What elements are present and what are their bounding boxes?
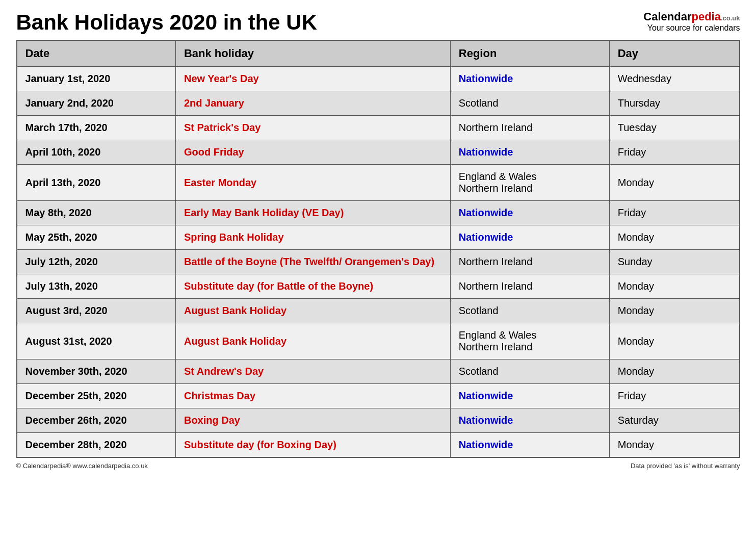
cell-day: Wednesday — [609, 67, 739, 91]
header-row: Bank Holidays 2020 in the UK Calendarped… — [16, 10, 740, 35]
footer-row: © Calendarpedia® www.calendarpedia.co.uk… — [16, 462, 740, 470]
cell-day: Friday — [609, 201, 739, 225]
table-row: April 10th, 2020Good FridayNationwideFri… — [17, 140, 740, 165]
cell-date: March 17th, 2020 — [17, 116, 176, 140]
region-nationwide-label: Nationwide — [459, 207, 513, 218]
cell-date: November 30th, 2020 — [17, 359, 176, 384]
cell-region: Nationwide — [450, 433, 609, 458]
cell-day: Monday — [609, 274, 739, 299]
col-header-region: Region — [450, 40, 609, 67]
cell-holiday: New Year's Day — [175, 67, 450, 91]
page-container: Bank Holidays 2020 in the UK Calendarped… — [16, 10, 740, 470]
logo-tld: .co.uk — [721, 14, 740, 22]
region-nationwide-label: Nationwide — [459, 73, 513, 84]
region-normal-label: England & Wales — [459, 329, 537, 341]
cell-holiday: Early May Bank Holiday (VE Day) — [175, 201, 450, 225]
region-normal-label: Scotland — [459, 366, 499, 377]
cell-holiday: 2nd January — [175, 91, 450, 116]
cell-date: December 25th, 2020 — [17, 384, 176, 408]
cell-day: Monday — [609, 299, 739, 323]
cell-date: August 31st, 2020 — [17, 323, 176, 359]
table-row: December 25th, 2020Christmas DayNationwi… — [17, 384, 740, 408]
cell-date: May 25th, 2020 — [17, 225, 176, 250]
table-row: March 17th, 2020St Patrick's DayNorthern… — [17, 116, 740, 140]
cell-region: Scotland — [450, 299, 609, 323]
logo-brand-text: Calendar — [643, 10, 691, 23]
table-row: July 12th, 2020Battle of the Boyne (The … — [17, 250, 740, 274]
cell-holiday: St Andrew's Day — [175, 359, 450, 384]
region-nationwide-label: Nationwide — [459, 146, 513, 158]
cell-day: Tuesday — [609, 116, 739, 140]
table-row: November 30th, 2020St Andrew's DayScotla… — [17, 359, 740, 384]
cell-region: Northern Ireland — [450, 250, 609, 274]
cell-day: Monday — [609, 225, 739, 250]
cell-region: Nationwide — [450, 225, 609, 250]
cell-region: Nationwide — [450, 67, 609, 91]
region-nationwide-label: Nationwide — [459, 232, 513, 243]
table-row: May 8th, 2020Early May Bank Holiday (VE … — [17, 201, 740, 225]
cell-day: Monday — [609, 165, 739, 201]
logo-brand-highlight: pedia — [691, 10, 720, 23]
cell-region: England & WalesNorthern Ireland — [450, 165, 609, 201]
logo-container: Calendarpedia.co.uk Your source for cale… — [643, 10, 740, 33]
col-header-day: Day — [609, 40, 739, 67]
cell-holiday: Spring Bank Holiday — [175, 225, 450, 250]
cell-region: Northern Ireland — [450, 274, 609, 299]
table-row: July 13th, 2020Substitute day (for Battl… — [17, 274, 740, 299]
cell-day: Saturday — [609, 408, 739, 433]
cell-region: Nationwide — [450, 140, 609, 165]
cell-date: August 3rd, 2020 — [17, 299, 176, 323]
cell-region: Nationwide — [450, 384, 609, 408]
cell-holiday: August Bank Holiday — [175, 299, 450, 323]
region-normal-label: England & Wales — [459, 171, 537, 182]
col-header-holiday: Bank holiday — [175, 40, 450, 67]
cell-region: Scotland — [450, 359, 609, 384]
logo-tagline: Your source for calendars — [643, 23, 740, 33]
footer-right: Data provided 'as is' without warranty — [631, 462, 740, 470]
table-row: January 1st, 2020New Year's DayNationwid… — [17, 67, 740, 91]
holidays-table: Date Bank holiday Region Day January 1st… — [16, 40, 740, 458]
cell-region: England & WalesNorthern Ireland — [450, 323, 609, 359]
region-normal-label: Northern Ireland — [459, 122, 533, 133]
cell-date: December 26th, 2020 — [17, 408, 176, 433]
table-row: April 13th, 2020Easter MondayEngland & W… — [17, 165, 740, 201]
cell-holiday: Christmas Day — [175, 384, 450, 408]
table-header-row: Date Bank holiday Region Day — [17, 40, 740, 67]
cell-day: Friday — [609, 384, 739, 408]
cell-day: Friday — [609, 140, 739, 165]
cell-holiday: Good Friday — [175, 140, 450, 165]
cell-holiday: St Patrick's Day — [175, 116, 450, 140]
cell-holiday: Easter Monday — [175, 165, 450, 201]
table-row: December 28th, 2020Substitute day (for B… — [17, 433, 740, 458]
cell-day: Thursday — [609, 91, 739, 116]
table-row: August 3rd, 2020August Bank HolidayScotl… — [17, 299, 740, 323]
col-header-date: Date — [17, 40, 176, 67]
cell-region: Scotland — [450, 91, 609, 116]
cell-date: July 13th, 2020 — [17, 274, 176, 299]
region-nationwide-label: Nationwide — [459, 439, 513, 450]
region-normal-label: Scotland — [459, 97, 499, 109]
region-normal-label: Northern Ireland — [459, 183, 533, 194]
cell-date: January 2nd, 2020 — [17, 91, 176, 116]
cell-day: Monday — [609, 433, 739, 458]
table-row: May 25th, 2020Spring Bank HolidayNationw… — [17, 225, 740, 250]
cell-date: April 10th, 2020 — [17, 140, 176, 165]
region-normal-label: Northern Ireland — [459, 280, 533, 292]
cell-date: December 28th, 2020 — [17, 433, 176, 458]
logo-brand: Calendarpedia.co.uk — [643, 10, 740, 23]
region-normal-label: Northern Ireland — [459, 341, 533, 352]
cell-region: Nationwide — [450, 201, 609, 225]
cell-date: January 1st, 2020 — [17, 67, 176, 91]
cell-region: Northern Ireland — [450, 116, 609, 140]
cell-region: Nationwide — [450, 408, 609, 433]
cell-date: July 12th, 2020 — [17, 250, 176, 274]
cell-holiday: August Bank Holiday — [175, 323, 450, 359]
cell-day: Monday — [609, 359, 739, 384]
cell-holiday: Substitute day (for Boxing Day) — [175, 433, 450, 458]
table-row: January 2nd, 20202nd JanuaryScotlandThur… — [17, 91, 740, 116]
table-row: December 26th, 2020Boxing DayNationwideS… — [17, 408, 740, 433]
cell-holiday: Substitute day (for Battle of the Boyne) — [175, 274, 450, 299]
cell-date: May 8th, 2020 — [17, 201, 176, 225]
cell-date: April 13th, 2020 — [17, 165, 176, 201]
footer-left: © Calendarpedia® www.calendarpedia.co.uk — [16, 462, 148, 470]
